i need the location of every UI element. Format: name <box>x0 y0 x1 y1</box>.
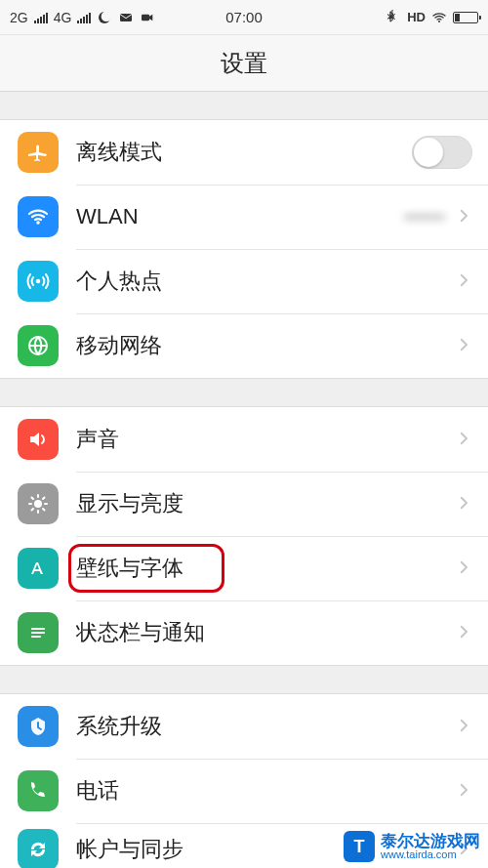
chevron-right-icon <box>455 777 472 805</box>
chevron-right-icon <box>455 555 472 582</box>
wifi-settings-icon <box>18 196 59 237</box>
network-2-label: 4G <box>54 10 72 25</box>
update-label: 系统升级 <box>76 712 455 741</box>
row-cellular[interactable]: 移动网络 <box>0 313 488 378</box>
row-display[interactable]: 显示与亮度 <box>0 472 488 536</box>
chevron-right-icon <box>455 490 472 517</box>
video-icon <box>140 10 155 25</box>
row-hotspot[interactable]: 个人热点 <box>0 249 488 313</box>
row-airplane-mode[interactable]: 离线模式 <box>0 120 488 185</box>
airplane-label: 离线模式 <box>76 138 412 167</box>
display-label: 显示与亮度 <box>76 489 455 518</box>
svg-point-8 <box>34 500 42 508</box>
wifi-icon <box>431 10 447 25</box>
svg-point-6 <box>36 279 41 284</box>
bluetooth-icon <box>386 10 401 25</box>
row-update[interactable]: 系统升级 <box>0 694 488 759</box>
status-right: HD <box>386 10 478 25</box>
sound-label: 声音 <box>76 425 455 454</box>
watermark-text-cn: 泰尔达游戏网 <box>381 833 480 849</box>
notifications-label: 状态栏与通知 <box>76 618 455 647</box>
watermark-text-en: www.tairda.com <box>381 849 480 860</box>
airplane-icon <box>18 132 59 173</box>
speaker-icon <box>18 419 59 460</box>
globe-icon <box>18 325 59 366</box>
phone-label: 电话 <box>76 776 455 806</box>
chevron-right-icon <box>455 713 472 740</box>
watermark-logo-icon: T <box>344 831 375 862</box>
settings-group-network: 离线模式 WLAN •••••• 个人热点 移动网络 <box>0 119 488 379</box>
hotspot-icon <box>18 261 59 302</box>
brightness-icon <box>18 483 59 524</box>
sync-icon <box>18 829 59 868</box>
wlan-value: •••••• <box>404 206 445 228</box>
svg-rect-3 <box>142 14 149 21</box>
watermark: T 泰尔达游戏网 www.tairda.com <box>344 831 480 862</box>
hotspot-label: 个人热点 <box>76 267 455 296</box>
row-sound[interactable]: 声音 <box>0 407 488 472</box>
cellular-label: 移动网络 <box>76 331 455 360</box>
signal-bars-1-icon <box>34 12 48 23</box>
row-wallpaper[interactable]: 壁纸与字体 <box>0 536 488 600</box>
battery-icon <box>453 12 478 23</box>
status-bar: 2G 4G 07:00 HD <box>0 0 488 35</box>
svg-point-5 <box>36 221 40 225</box>
network-1-label: 2G <box>10 10 28 25</box>
chevron-right-icon <box>455 619 472 646</box>
svg-point-1 <box>102 11 112 21</box>
row-phone[interactable]: 电话 <box>0 759 488 823</box>
update-icon <box>18 706 59 747</box>
signal-bars-2-icon <box>77 12 91 23</box>
envelope-icon <box>118 10 134 25</box>
list-icon <box>18 612 59 653</box>
page-title: 设置 <box>0 35 488 92</box>
moon-icon <box>97 10 112 25</box>
hd-label: HD <box>407 10 426 24</box>
phone-icon <box>18 770 59 811</box>
chevron-right-icon <box>455 332 472 359</box>
font-icon <box>18 548 59 589</box>
chevron-right-icon <box>455 268 472 295</box>
row-notifications[interactable]: 状态栏与通知 <box>0 600 488 665</box>
wlan-label: WLAN <box>76 204 404 229</box>
row-wlan[interactable]: WLAN •••••• <box>0 185 488 249</box>
svg-rect-2 <box>120 14 132 21</box>
chevron-right-icon <box>455 426 472 453</box>
airplane-toggle[interactable] <box>412 136 472 169</box>
settings-group-display: 声音 显示与亮度 壁纸与字体 状态栏与通知 <box>0 406 488 666</box>
status-left: 2G 4G <box>10 10 155 25</box>
wallpaper-label: 壁纸与字体 <box>76 554 455 583</box>
chevron-right-icon <box>455 203 472 230</box>
svg-point-4 <box>438 21 440 22</box>
